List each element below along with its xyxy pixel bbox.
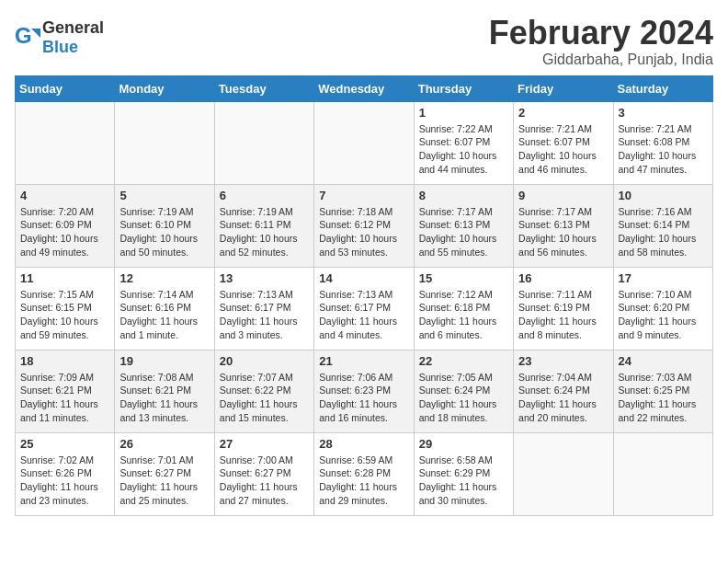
day-cell: 29Sunrise: 6:58 AMSunset: 6:29 PMDayligh… (414, 432, 513, 515)
day-cell: 17Sunrise: 7:10 AMSunset: 6:20 PMDayligh… (613, 267, 712, 350)
day-info: Sunrise: 7:21 AMSunset: 6:08 PMDaylight:… (619, 122, 708, 177)
svg-marker-1 (31, 29, 40, 38)
day-number: 18 (20, 354, 109, 368)
day-header-friday: Friday (514, 75, 613, 101)
day-cell: 26Sunrise: 7:01 AMSunset: 6:27 PMDayligh… (115, 432, 214, 515)
day-info: Sunrise: 7:22 AMSunset: 6:07 PMDaylight:… (419, 122, 508, 177)
location-title: Giddarbaha, Punjab, India (489, 52, 713, 68)
day-info: Sunrise: 7:19 AMSunset: 6:11 PMDaylight:… (220, 205, 309, 259)
day-number: 12 (119, 271, 209, 285)
day-info: Sunrise: 7:01 AMSunset: 6:27 PMDaylight:… (119, 454, 209, 508)
day-cell: 19Sunrise: 7:08 AMSunset: 6:21 PMDayligh… (115, 350, 214, 432)
logo-icon: G (15, 25, 40, 51)
day-info: Sunrise: 7:04 AMSunset: 6:24 PMDaylight:… (518, 371, 608, 425)
day-number: 19 (119, 354, 209, 368)
week-row-2: 4Sunrise: 7:20 AMSunset: 6:09 PMDaylight… (16, 184, 713, 267)
day-cell: 6Sunrise: 7:19 AMSunset: 6:11 PMDaylight… (214, 184, 313, 267)
day-cell (214, 101, 313, 184)
week-row-3: 11Sunrise: 7:15 AMSunset: 6:15 PMDayligh… (16, 267, 713, 350)
day-info: Sunrise: 6:58 AMSunset: 6:29 PMDaylight:… (419, 454, 508, 508)
day-number: 26 (119, 437, 209, 451)
day-info: Sunrise: 7:07 AMSunset: 6:22 PMDaylight:… (220, 371, 309, 425)
day-info: Sunrise: 7:15 AMSunset: 6:15 PMDaylight:… (20, 288, 109, 342)
header: G General Blue February 2024 Giddarbaha,… (15, 15, 713, 68)
day-cell: 21Sunrise: 7:06 AMSunset: 6:23 PMDayligh… (314, 350, 414, 432)
week-row-4: 18Sunrise: 7:09 AMSunset: 6:21 PMDayligh… (16, 350, 713, 432)
calendar-table: SundayMondayTuesdayWednesdayThursdayFrid… (15, 75, 713, 516)
day-cell (16, 101, 115, 184)
day-cell: 25Sunrise: 7:02 AMSunset: 6:26 PMDayligh… (16, 432, 115, 515)
day-number: 10 (619, 189, 708, 202)
day-info: Sunrise: 7:13 AMSunset: 6:17 PMDaylight:… (319, 288, 408, 342)
day-number: 7 (319, 189, 408, 202)
day-cell (314, 101, 414, 184)
day-cell: 16Sunrise: 7:11 AMSunset: 6:19 PMDayligh… (514, 267, 613, 350)
day-cell: 2Sunrise: 7:21 AMSunset: 6:07 PMDaylight… (514, 101, 613, 184)
day-number: 17 (619, 271, 708, 285)
day-info: Sunrise: 7:16 AMSunset: 6:14 PMDaylight:… (619, 205, 708, 259)
day-number: 11 (20, 271, 109, 285)
day-number: 5 (119, 189, 209, 202)
day-cell: 11Sunrise: 7:15 AMSunset: 6:15 PMDayligh… (16, 267, 115, 350)
day-cell: 7Sunrise: 7:18 AMSunset: 6:12 PMDaylight… (314, 184, 414, 267)
day-number: 20 (220, 354, 309, 368)
week-row-5: 25Sunrise: 7:02 AMSunset: 6:26 PMDayligh… (16, 432, 713, 515)
day-info: Sunrise: 7:19 AMSunset: 6:10 PMDaylight:… (119, 205, 209, 259)
day-number: 2 (518, 106, 608, 120)
day-cell: 22Sunrise: 7:05 AMSunset: 6:24 PMDayligh… (414, 350, 513, 432)
day-info: Sunrise: 7:21 AMSunset: 6:07 PMDaylight:… (518, 122, 608, 177)
day-number: 21 (319, 354, 408, 368)
day-number: 3 (619, 106, 708, 120)
month-title: February 2024 (489, 15, 713, 52)
day-number: 24 (619, 354, 708, 368)
day-info: Sunrise: 7:17 AMSunset: 6:13 PMDaylight:… (419, 205, 508, 259)
day-info: Sunrise: 7:18 AMSunset: 6:12 PMDaylight:… (319, 205, 408, 259)
day-cell: 4Sunrise: 7:20 AMSunset: 6:09 PMDaylight… (16, 184, 115, 267)
day-number: 6 (220, 189, 309, 202)
day-number: 29 (419, 437, 508, 451)
day-cell: 9Sunrise: 7:17 AMSunset: 6:13 PMDaylight… (514, 184, 613, 267)
logo-text-blue: Blue (42, 38, 78, 56)
day-cell: 1Sunrise: 7:22 AMSunset: 6:07 PMDaylight… (414, 101, 513, 184)
day-cell: 10Sunrise: 7:16 AMSunset: 6:14 PMDayligh… (613, 184, 712, 267)
day-info: Sunrise: 7:09 AMSunset: 6:21 PMDaylight:… (20, 371, 109, 425)
day-cell: 27Sunrise: 7:00 AMSunset: 6:27 PMDayligh… (214, 432, 313, 515)
day-cell (613, 432, 712, 515)
day-info: Sunrise: 7:11 AMSunset: 6:19 PMDaylight:… (518, 288, 608, 342)
day-number: 9 (518, 189, 608, 202)
day-cell (514, 432, 613, 515)
day-info: Sunrise: 7:08 AMSunset: 6:21 PMDaylight:… (119, 371, 209, 425)
day-number: 13 (220, 271, 309, 285)
logo-text-general: General (42, 18, 104, 37)
day-header-saturday: Saturday (613, 75, 712, 101)
day-number: 16 (518, 271, 608, 285)
day-number: 25 (20, 437, 109, 451)
day-info: Sunrise: 7:00 AMSunset: 6:27 PMDaylight:… (220, 454, 309, 508)
day-info: Sunrise: 7:10 AMSunset: 6:20 PMDaylight:… (619, 288, 708, 342)
day-info: Sunrise: 7:14 AMSunset: 6:16 PMDaylight:… (119, 288, 209, 342)
title-area: February 2024 Giddarbaha, Punjab, India (489, 15, 713, 68)
day-header-sunday: Sunday (16, 75, 115, 101)
week-row-1: 1Sunrise: 7:22 AMSunset: 6:07 PMDaylight… (16, 101, 713, 184)
day-cell: 12Sunrise: 7:14 AMSunset: 6:16 PMDayligh… (115, 267, 214, 350)
day-header-thursday: Thursday (414, 75, 513, 101)
day-number: 1 (419, 106, 508, 120)
day-cell: 24Sunrise: 7:03 AMSunset: 6:25 PMDayligh… (613, 350, 712, 432)
day-number: 14 (319, 271, 408, 285)
day-cell: 13Sunrise: 7:13 AMSunset: 6:17 PMDayligh… (214, 267, 313, 350)
logo: G General Blue (15, 18, 104, 57)
day-info: Sunrise: 7:17 AMSunset: 6:13 PMDaylight:… (518, 205, 608, 259)
day-info: Sunrise: 7:02 AMSunset: 6:26 PMDaylight:… (20, 454, 109, 508)
day-cell: 5Sunrise: 7:19 AMSunset: 6:10 PMDaylight… (115, 184, 214, 267)
day-info: Sunrise: 7:13 AMSunset: 6:17 PMDaylight:… (220, 288, 309, 342)
day-cell: 14Sunrise: 7:13 AMSunset: 6:17 PMDayligh… (314, 267, 414, 350)
day-cell: 20Sunrise: 7:07 AMSunset: 6:22 PMDayligh… (214, 350, 313, 432)
day-info: Sunrise: 6:59 AMSunset: 6:28 PMDaylight:… (319, 454, 408, 508)
day-cell: 8Sunrise: 7:17 AMSunset: 6:13 PMDaylight… (414, 184, 513, 267)
day-cell: 3Sunrise: 7:21 AMSunset: 6:08 PMDaylight… (613, 101, 712, 184)
day-info: Sunrise: 7:20 AMSunset: 6:09 PMDaylight:… (20, 205, 109, 259)
day-number: 15 (419, 271, 508, 285)
svg-text:G: G (15, 25, 32, 48)
day-cell: 15Sunrise: 7:12 AMSunset: 6:18 PMDayligh… (414, 267, 513, 350)
day-header-monday: Monday (115, 75, 214, 101)
